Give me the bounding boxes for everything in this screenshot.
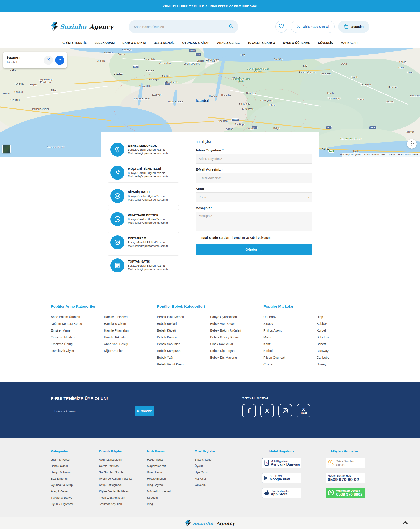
footer-link[interactable]: Güvenlik (195, 483, 245, 487)
footer-link[interactable]: Araç & Gereç (51, 490, 99, 493)
x-twitter-icon[interactable]: X (260, 404, 274, 417)
link-item[interactable]: Pilsan Oyuncak (263, 356, 316, 359)
terms-checkbox[interactable] (196, 236, 199, 239)
link-item[interactable]: Bebek Diş Macunu (210, 356, 263, 359)
link-item[interactable]: Bebek Islak Mendil (157, 315, 210, 319)
link-item[interactable]: Uni Baby (263, 315, 316, 319)
newsletter-submit-button[interactable]: ✉ Gönder (135, 406, 154, 416)
link-item[interactable]: Bebek Bezleri (157, 322, 210, 326)
link-item[interactable]: Chicco (263, 362, 316, 366)
link-item[interactable]: Doğum Sonrası Korse (51, 322, 104, 326)
link-item[interactable]: Anne Bakım Ürünleri (51, 315, 104, 319)
map-report-error[interactable]: Harita hatası bildirin (397, 153, 420, 157)
link-item[interactable]: Bebek Kovası (157, 335, 210, 339)
nav-item-markalar[interactable]: MARKALAR (341, 41, 358, 44)
cart-button[interactable]: Sepetim (338, 21, 369, 33)
footer-link[interactable]: Tuvalet & Banyo (51, 496, 99, 499)
footer-link[interactable]: Sık Sorulan Sorular (99, 471, 147, 474)
map-open-in-new-button[interactable] (44, 55, 53, 65)
nav-item-bez[interactable]: BEZ & MENDİL (154, 41, 175, 44)
footer-link[interactable]: Satış Sözleşmesi (99, 483, 147, 487)
footer-link[interactable]: Bize Ulaşın (147, 471, 195, 474)
footer-logo[interactable]: Sozinho Agency (185, 520, 235, 527)
link-item[interactable]: Bebek Küveti (157, 329, 210, 332)
link-item[interactable]: Bebek Sabunları (157, 342, 210, 346)
link-item[interactable]: Canbebe (316, 356, 370, 359)
map-keyboard-shortcuts[interactable]: Klavye kısayolları (342, 153, 363, 157)
footer-link[interactable]: Markalar (195, 477, 245, 480)
instagram-icon[interactable] (278, 404, 292, 417)
link-item[interactable]: Bestway (316, 349, 370, 353)
subject-select[interactable]: Konu ▾ (196, 192, 312, 202)
link-item[interactable]: Korbell (316, 329, 370, 332)
link-item[interactable]: Korbell (263, 349, 316, 353)
footer-link[interactable]: Üyelik (195, 464, 245, 468)
footer-link[interactable]: Bez & Mendil (51, 477, 99, 480)
link-item[interactable]: Bebek Vücut Kremi (157, 362, 210, 366)
newsletter-email-input[interactable] (51, 406, 135, 416)
whatsapp-support-card[interactable]: Whatsapp Destek 0539 970 8002 (325, 488, 365, 498)
hotline-card[interactable]: Müşteri Destek Hattı 0539 970 80 02 (325, 473, 365, 483)
link-item[interactable]: Emziren Anne (51, 329, 104, 332)
link-item[interactable]: Hamile Elbiseleri (104, 315, 157, 319)
mobile-app-badge[interactable]: X Mobil Uygulama Ayrıcalık Dünyası (262, 458, 301, 468)
footer-link[interactable]: Sipariş Takip (195, 458, 245, 461)
footer-link[interactable]: Sepetim (147, 496, 195, 499)
link-item[interactable]: Bebek Bakım Ürünleri (210, 329, 263, 332)
footer-link[interactable]: Kişisel Veriler Politikası (99, 490, 147, 493)
nav-item-giyim[interactable]: GİYİM & TEKSTİL (62, 41, 87, 44)
link-item[interactable]: Disney (316, 362, 370, 366)
map-pan-control[interactable] (407, 139, 417, 149)
footer-link[interactable]: Oyuncak & Kitap (51, 483, 99, 487)
footer-link[interactable]: Oyun & Öğrenme (51, 502, 99, 506)
footer-link[interactable]: Ticari Elektronik İzin (99, 496, 147, 499)
search-input[interactable] (134, 25, 229, 29)
scroll-to-top-button[interactable] (402, 520, 408, 526)
link-item[interactable]: Banyo Oyuncakları (210, 315, 263, 319)
link-item[interactable]: Philips Avent (263, 329, 316, 332)
link-item[interactable]: Diğer Ürünler (104, 349, 157, 353)
search-bar[interactable] (129, 20, 238, 33)
google-play-badge[interactable]: GET IT ON Google Play (262, 473, 301, 483)
footer-link[interactable]: Blog (147, 502, 195, 506)
link-item[interactable]: Hamile iç Giyim (104, 322, 157, 326)
name-field[interactable] (196, 154, 312, 164)
email-field[interactable] (196, 173, 312, 183)
nav-item-oyun[interactable]: OYUN & ÖĞRENME (283, 41, 310, 44)
map-satellite-toggle[interactable] (2, 145, 11, 153)
nav-item-tuvalet[interactable]: TUVALET & BANYO (248, 41, 275, 44)
link-item[interactable]: Bebetti (316, 342, 370, 346)
map-directions-button[interactable] (55, 55, 64, 65)
x-blog-icon[interactable]: X Blog (297, 404, 310, 417)
footer-link[interactable]: Mağazalarımız (147, 464, 195, 468)
terms-link[interactable]: İptal & İade Şartları (202, 236, 229, 239)
link-item[interactable]: Sinek Kovucular (210, 342, 263, 346)
nav-item-arac[interactable]: ARAÇ & GEREÇ (217, 41, 240, 44)
link-item[interactable]: Hamile Takımları (104, 335, 157, 339)
link-item[interactable]: Hamile Pijamaları (104, 329, 157, 332)
link-item[interactable]: Hipp (316, 315, 370, 319)
send-button[interactable]: Gönder → (196, 244, 312, 255)
footer-link[interactable]: Banyo & Takım (51, 471, 99, 474)
link-item[interactable]: Emzirme Önlüğü (51, 342, 104, 346)
link-item[interactable]: Emzirme Minderi (51, 335, 104, 339)
footer-link[interactable]: Bebek Odası (51, 464, 99, 468)
footer-link[interactable]: Çerez Politikası (99, 464, 147, 468)
link-item[interactable]: Bebbek (316, 322, 370, 326)
footer-link[interactable]: Üye Girişi (195, 471, 245, 474)
app-store-badge[interactable]: Download on the App Store (262, 488, 301, 498)
footer-link[interactable]: Giyim & Tekstil (51, 458, 99, 461)
footer-link[interactable]: Müşteri Hizmetleri (147, 490, 195, 493)
faq-card[interactable]: ? Sıkça Sorulan Sorular (325, 458, 365, 468)
link-item[interactable]: Molfix (263, 335, 316, 339)
wishlist-button[interactable] (275, 21, 287, 33)
link-item[interactable]: Bebelow (316, 335, 370, 339)
footer-link[interactable]: Aydınlatma Metni (99, 458, 147, 461)
nav-item-oyuncak[interactable]: OYUNCAK & KİTAP (182, 41, 209, 44)
search-icon[interactable] (229, 24, 233, 29)
link-item[interactable]: Kanz (263, 342, 316, 346)
terms-text[interactable]: İptal & İade Şartları 'ni okudum ve kabu… (202, 236, 271, 239)
map-terms[interactable]: Şartlar (387, 153, 397, 157)
nav-item-bebek-odasi[interactable]: BEBEK ODASI (95, 41, 115, 44)
footer-link[interactable]: Hesap Bilgileri (147, 477, 195, 480)
